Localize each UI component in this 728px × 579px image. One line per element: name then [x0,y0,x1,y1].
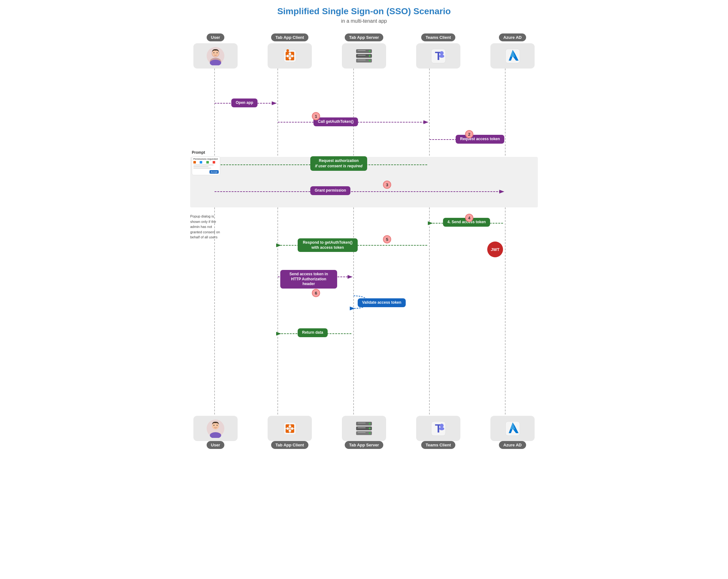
svg-rect-23 [358,50,366,51]
actor-azure-ad-box [490,43,535,68]
annotation-popup: Popup dialog isshown only if theadmin ha… [190,214,225,240]
step-2: 2 [465,130,473,138]
step-3: 3 [383,181,391,189]
actor-user-box [193,43,238,68]
diagram: User [190,33,538,451]
actor-tab-client-box-bottom [268,416,312,441]
svg-rect-7 [284,50,296,62]
actor-tab-server: Tab App Server [339,33,389,68]
svg-point-28 [440,51,444,55]
actor-user-label-bottom: User [207,441,225,449]
svg-point-22 [369,60,371,61]
actor-user-box-bottom [193,416,238,441]
top-actors: User [190,33,538,68]
msg-respond-getauthtoken: Respond to getAuthToken()with access tok… [297,238,358,252]
svg-point-65 [369,423,371,424]
svg-point-58 [288,425,291,428]
svg-rect-68 [358,423,366,423]
svg-point-73 [440,424,444,428]
svg-point-3 [212,50,219,57]
actor-teams-label-bottom: Teams Client [421,441,455,449]
svg-point-20 [369,50,371,52]
msg-request-authorization: Request authorizationif user consent is … [310,156,367,171]
svg-point-51 [217,425,218,426]
step-5: 5 [383,235,391,243]
svg-point-16 [286,55,289,57]
actor-tab-client: Tab App Client [264,33,315,68]
svg-rect-70 [358,432,366,433]
page-subtitle: in a multi-tenant app [188,18,540,24]
arrows-svg [190,68,538,416]
actor-tab-server-box [342,43,386,68]
step-1: 1 [312,112,320,120]
page-title: Simplified Single Sign-on (SSO) Scenario [188,6,540,17]
actor-tab-client-box [268,43,312,68]
annotation-ask-consent: Ask for user consent only once [228,182,284,187]
svg-point-29 [439,55,444,58]
svg-point-60 [288,429,291,432]
jwt-badge: JWT [487,242,503,257]
actor-tab-server-bottom: Tab App Server [339,416,389,451]
svg-point-61 [286,427,289,430]
svg-point-5 [217,52,218,53]
svg-point-21 [369,55,371,57]
prompt-box: Permissions requested Accept [192,156,220,175]
lifelines-area: 1 2 3 4 5 6 JWT Open app Call getAuthTok… [190,68,538,416]
svg-rect-53 [284,422,296,435]
msg-grant-permission: Grant permission [310,186,350,195]
svg-point-4 [214,52,214,53]
actor-tab-server-label-bottom: Tab App Server [345,441,384,449]
msg-send-http: Send access token inHTTP Authorization h… [280,270,337,288]
actor-user-bottom: User [190,416,241,451]
svg-point-13 [288,52,291,55]
svg-point-74 [439,427,444,430]
actor-teams-bottom: T Teams Client [413,416,464,451]
svg-point-50 [214,425,214,426]
actor-azure-ad: Azure AD [487,33,538,68]
actor-azure-ad-box-bottom [490,416,535,441]
actor-tab-server-box-bottom [342,416,386,441]
svg-rect-69 [358,428,366,428]
actor-azure-ad-label-bottom: Azure AD [499,441,526,449]
actor-user: User [190,33,241,68]
msg-open-app: Open app [231,99,258,107]
msg-request-access-token: Request access token [456,135,504,144]
svg-point-49 [212,422,219,429]
msg-validate: Validate access token [358,298,406,307]
svg-point-9 [286,49,289,52]
actor-teams-box: T [416,43,460,68]
actor-tab-client-label: Tab App Client [271,33,308,42]
step-4: 4 [465,214,473,222]
svg-point-66 [369,428,371,429]
actor-tab-client-label-bottom: Tab App Client [271,441,308,449]
actor-tab-server-label: Tab App Server [345,33,384,42]
msg-call-getauthtoken: Call getAuthToken() [313,117,358,126]
bottom-actors: User Tab App Client [190,416,538,451]
step-6: 6 [312,289,320,297]
actor-teams: Teams Client T [413,33,464,68]
actor-teams-label: Teams Client [421,33,455,42]
msg-return-data: Return data [297,328,328,337]
actor-teams-box-bottom: T [416,416,460,441]
actor-tab-client-bottom: Tab App Client [264,416,315,451]
svg-rect-24 [358,55,366,56]
svg-rect-25 [358,60,366,60]
actor-user-label: User [207,33,225,42]
svg-point-67 [369,432,371,434]
svg-point-15 [288,57,291,59]
annotation-prompt-label: Prompt [192,150,205,155]
actor-azure-ad-label: Azure AD [499,33,526,42]
actor-azure-ad-bottom: Azure AD [487,416,538,451]
svg-point-14 [291,55,293,57]
svg-point-59 [291,427,293,430]
